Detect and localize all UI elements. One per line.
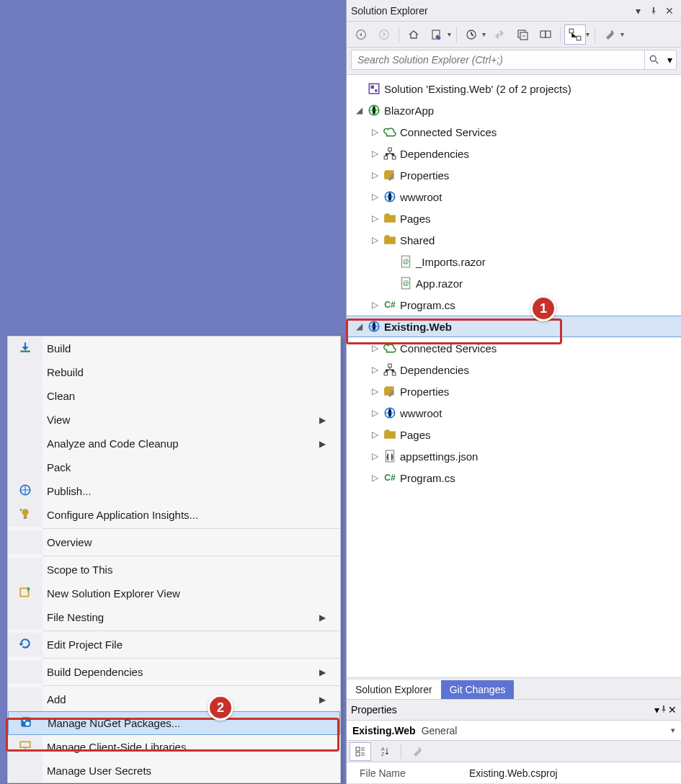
menu-add[interactable]: Add ▶ bbox=[8, 687, 340, 711]
collapse-all-button[interactable] bbox=[512, 24, 533, 45]
tree-app-razor[interactable]: @ App.razor bbox=[347, 272, 681, 294]
menu-file-nesting[interactable]: File Nesting ▶ bbox=[8, 605, 340, 629]
menu-build-deps[interactable]: Build Dependencies ▶ bbox=[8, 660, 340, 684]
properties-row[interactable]: File Name Existing.Web.csproj bbox=[347, 762, 681, 784]
show-all-button[interactable] bbox=[535, 24, 556, 45]
dropdown-icon[interactable]: ▾ bbox=[481, 30, 486, 38]
search-icon[interactable] bbox=[644, 50, 663, 69]
properties-item-type: General bbox=[422, 725, 671, 736]
tree-program-cs[interactable]: ▷ C# Program.cs bbox=[347, 294, 681, 316]
menu-edit-project[interactable]: Edit Project File bbox=[8, 633, 340, 656]
close-icon[interactable]: ✕ bbox=[662, 4, 677, 18]
close-icon[interactable]: ✕ bbox=[668, 704, 677, 716]
expand-icon[interactable]: ▷ bbox=[367, 300, 383, 310]
solution-tree: Solution 'Existing.Web' (2 of 2 projects… bbox=[347, 75, 681, 677]
tree-wwwroot[interactable]: ▷ wwwroot bbox=[347, 402, 681, 424]
svg-text:@: @ bbox=[402, 280, 409, 287]
expand-icon[interactable]: ▷ bbox=[367, 127, 383, 137]
expand-icon[interactable]: ▷ bbox=[367, 365, 383, 375]
forward-button[interactable] bbox=[373, 24, 395, 45]
toolbar-separator bbox=[401, 744, 401, 759]
tree-connected-services[interactable]: ▷ Connected Services bbox=[347, 337, 681, 359]
expand-icon[interactable]: ▷ bbox=[367, 429, 383, 440]
tree-program-cs[interactable]: ▷ C# Program.cs bbox=[347, 467, 681, 489]
dropdown-icon[interactable]: ▾ bbox=[619, 30, 625, 38]
expand-icon[interactable]: ▷ bbox=[367, 408, 383, 418]
menu-view[interactable]: View ▶ bbox=[8, 408, 340, 432]
menu-manage-nuget[interactable]: Manage NuGet Packages... bbox=[8, 711, 340, 735]
menu-scope[interactable]: Scope to This bbox=[8, 558, 340, 582]
project-existing-web[interactable]: ◢ Existing.Web bbox=[347, 316, 681, 337]
menu-insights[interactable]: Configure Application Insights... bbox=[8, 503, 340, 527]
alphabetical-button[interactable]: AZ bbox=[374, 742, 396, 761]
properties-toolbar: AZ bbox=[347, 741, 681, 762]
pin-icon[interactable] bbox=[646, 4, 661, 18]
svg-rect-13 bbox=[540, 31, 546, 37]
tree-dependencies[interactable]: ▷ Dependencies bbox=[347, 359, 681, 380]
search-input[interactable] bbox=[352, 54, 644, 66]
expand-icon[interactable]: ◢ bbox=[351, 105, 367, 115]
tree-connected-services[interactable]: ▷ Connected Services bbox=[347, 121, 681, 143]
json-icon bbox=[383, 449, 397, 463]
back-button[interactable] bbox=[350, 24, 372, 45]
expand-icon[interactable]: ▷ bbox=[367, 192, 383, 202]
tree-properties[interactable]: ▷ Properties bbox=[347, 380, 681, 402]
connected-services-icon bbox=[383, 341, 397, 355]
window-dropdown-icon[interactable]: ▾ bbox=[631, 4, 645, 18]
tree-pages[interactable]: ▷ Pages bbox=[347, 208, 681, 229]
menu-publish[interactable]: Publish... bbox=[8, 479, 340, 503]
project-context-menu: Build Rebuild Clean View ▶ Analyze and C… bbox=[7, 336, 341, 783]
svg-text:Z: Z bbox=[381, 752, 385, 757]
expand-icon[interactable]: ▷ bbox=[367, 148, 383, 159]
svg-rect-16 bbox=[577, 36, 581, 40]
dropdown-icon: ▾ bbox=[671, 726, 675, 735]
home-button[interactable] bbox=[403, 24, 424, 45]
menu-analyze[interactable]: Analyze and Code Cleanup ▶ bbox=[8, 432, 340, 455]
svg-rect-6 bbox=[20, 741, 30, 747]
properties-selector[interactable]: Existing.Web General ▾ bbox=[347, 721, 681, 741]
svg-point-5 bbox=[25, 721, 30, 726]
insights-icon bbox=[19, 507, 32, 522]
tree-imports-razor[interactable]: @ _Imports.razor bbox=[347, 251, 681, 272]
expand-icon[interactable]: ▷ bbox=[367, 343, 383, 353]
menu-new-view[interactable]: New Solution Explorer View bbox=[8, 582, 340, 605]
expand-icon[interactable]: ▷ bbox=[367, 235, 383, 245]
svg-rect-1 bbox=[24, 517, 27, 519]
tree-appsettings[interactable]: ▷ appsettings.json bbox=[347, 445, 681, 467]
expand-icon[interactable]: ◢ bbox=[351, 321, 367, 331]
menu-user-secrets[interactable]: Manage User Secrets bbox=[8, 759, 340, 783]
pin-icon[interactable] bbox=[659, 704, 668, 716]
tree-pages[interactable]: ▷ Pages bbox=[347, 424, 681, 445]
pending-changes-button[interactable] bbox=[460, 24, 482, 45]
categorized-button[interactable] bbox=[350, 742, 371, 761]
tab-git-changes[interactable]: Git Changes bbox=[441, 680, 515, 699]
expand-icon[interactable]: ▷ bbox=[367, 386, 383, 396]
menu-clean[interactable]: Clean bbox=[8, 384, 340, 408]
sync-button[interactable] bbox=[489, 24, 510, 45]
tree-properties[interactable]: ▷ Properties bbox=[347, 164, 681, 186]
menu-rebuild[interactable]: Rebuild bbox=[8, 360, 340, 384]
dropdown-icon[interactable]: ▾ bbox=[584, 30, 590, 38]
tree-shared[interactable]: ▷ Shared bbox=[347, 229, 681, 251]
tree-dependencies[interactable]: ▷ Dependencies bbox=[347, 143, 681, 164]
tab-solution-explorer[interactable]: Solution Explorer bbox=[347, 680, 441, 699]
tree-wwwroot[interactable]: ▷ wwwroot bbox=[347, 186, 681, 208]
properties-button[interactable] bbox=[599, 24, 620, 45]
expand-icon[interactable]: ▷ bbox=[367, 473, 383, 483]
window-dropdown-icon[interactable]: ▾ bbox=[654, 704, 659, 716]
dropdown-icon[interactable]: ▾ bbox=[446, 30, 452, 38]
switch-views-button[interactable] bbox=[426, 24, 448, 45]
menu-build[interactable]: Build bbox=[8, 337, 340, 360]
track-active-button[interactable] bbox=[564, 24, 586, 45]
properties-title: Properties bbox=[351, 704, 654, 716]
menu-pack[interactable]: Pack bbox=[8, 455, 340, 479]
solution-node[interactable]: Solution 'Existing.Web' (2 of 2 projects… bbox=[347, 78, 681, 99]
expand-icon[interactable]: ▷ bbox=[367, 451, 383, 461]
project-blazorapp[interactable]: ◢ BlazorApp bbox=[347, 99, 681, 121]
wrench-button[interactable] bbox=[406, 742, 428, 761]
expand-icon[interactable]: ▷ bbox=[367, 213, 383, 223]
menu-client-libs[interactable]: Manage Client-Side Libraries... bbox=[8, 735, 340, 759]
search-dropdown-icon[interactable]: ▾ bbox=[663, 50, 676, 69]
menu-overview[interactable]: Overview bbox=[8, 530, 340, 554]
expand-icon[interactable]: ▷ bbox=[367, 170, 383, 180]
